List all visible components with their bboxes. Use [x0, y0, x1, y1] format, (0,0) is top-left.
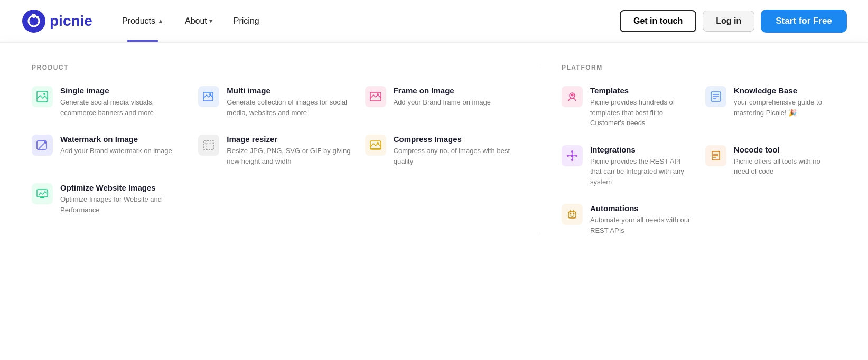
nav-about[interactable]: About ▾	[176, 12, 221, 30]
nocode-tool-content: Nocode tool Picnie offers all tools with…	[734, 145, 836, 177]
menu-item-single-image[interactable]: Single image Generate social media visua…	[32, 86, 185, 118]
compress-images-icon	[365, 135, 386, 156]
optimize-website-desc: Optimize Images for Website and Performa…	[60, 194, 185, 215]
svg-point-41	[573, 213, 575, 215]
svg-point-2	[32, 14, 36, 18]
svg-rect-12	[204, 140, 213, 150]
svg-point-7	[209, 93, 211, 96]
multi-image-desc: Generate collection of images for social…	[227, 97, 352, 118]
menu-item-nocode-tool[interactable]: Nocode tool Picnie offers all tools with…	[705, 145, 836, 187]
nav-pricing[interactable]: Pricing	[225, 12, 268, 30]
integrations-title: Integrations	[590, 145, 693, 154]
product-section-title: PRODUCT	[32, 64, 519, 71]
menu-item-optimize-website[interactable]: Optimize Website Images Optimize Images …	[32, 183, 185, 215]
menu-item-templates[interactable]: Templates Picnie provides hundreds of te…	[562, 86, 693, 128]
frame-on-image-title: Frame on Image	[394, 86, 491, 95]
automations-content: Automations Automate your all needs with…	[590, 204, 693, 235]
menu-item-integrations[interactable]: Integrations Picnie provides the REST AP…	[562, 145, 693, 187]
svg-point-16	[377, 142, 379, 144]
svg-point-3	[36, 16, 39, 18]
image-resizer-icon	[198, 135, 219, 156]
platform-section: PLATFORM Templates Picnie provides hundr…	[562, 64, 836, 235]
knowledge-base-icon	[705, 86, 726, 107]
menu-item-watermark[interactable]: Watermark on Image Add your Brand waterm…	[32, 135, 185, 166]
products-chevron-icon: ▲	[157, 17, 164, 25]
frame-on-image-content: Frame on Image Add your Brand frame on i…	[394, 86, 491, 108]
svg-point-31	[575, 155, 577, 157]
templates-desc: Picnie provides hundreds of templates th…	[590, 97, 693, 128]
single-image-desc: Generate social media visuals, ecommerce…	[60, 97, 185, 118]
watermark-content: Watermark on Image Add your Brand waterm…	[60, 135, 172, 156]
integrations-icon	[562, 145, 583, 166]
image-resizer-content: Image resizer Resize JPG, PNG, SVG or GI…	[227, 135, 352, 166]
get-in-touch-button[interactable]: Get in touch	[620, 10, 696, 32]
menu-item-automations[interactable]: Automations Automate your all needs with…	[562, 204, 693, 235]
single-image-icon	[32, 86, 53, 107]
panel-divider	[540, 64, 540, 235]
integrations-content: Integrations Picnie provides the REST AP…	[590, 145, 693, 187]
platform-section-title: PLATFORM	[562, 64, 836, 71]
frame-on-image-desc: Add your Brand frame on image	[394, 97, 491, 108]
templates-icon	[562, 86, 583, 107]
menu-item-knowledge-base[interactable]: Knowledge Base your comprehensive guide …	[705, 86, 836, 128]
single-image-title: Single image	[60, 86, 185, 95]
image-resizer-title: Image resizer	[227, 135, 352, 144]
menu-item-compress-images[interactable]: Compress Images Compress any no. of imag…	[365, 135, 519, 166]
logo-icon	[21, 8, 46, 34]
menu-item-image-resizer[interactable]: Image resizer Resize JPG, PNG, SVG or GI…	[198, 135, 352, 166]
automations-desc: Automate your all needs with our REST AP…	[590, 215, 693, 235]
optimize-website-icon	[32, 183, 53, 204]
optimize-website-content: Optimize Website Images Optimize Images …	[60, 183, 185, 215]
watermark-icon	[32, 135, 53, 156]
login-button[interactable]: Log in	[703, 11, 754, 32]
multi-image-content: Multi image Generate collection of image…	[227, 86, 352, 118]
product-section: PRODUCT Single image Generate social med…	[32, 64, 519, 235]
nav-links: Products ▲ About ▾ Pricing	[114, 12, 620, 30]
image-resizer-desc: Resize JPG, PNG, SVG or GIF by giving ne…	[227, 146, 352, 166]
templates-content: Templates Picnie provides hundreds of te…	[590, 86, 693, 128]
svg-line-11	[39, 143, 45, 149]
frame-on-image-icon	[365, 86, 386, 107]
product-items-grid: Single image Generate social media visua…	[32, 86, 519, 215]
logo-text: picnie	[50, 13, 92, 30]
logo[interactable]: picnie	[21, 8, 92, 34]
svg-point-27	[571, 154, 574, 157]
compress-images-desc: Compress any no. of images with best qua…	[394, 146, 519, 166]
nav-products-label: Products	[122, 16, 155, 26]
single-image-content: Single image Generate social media visua…	[60, 86, 185, 118]
start-for-free-button[interactable]: Start for Free	[761, 10, 847, 33]
optimize-website-title: Optimize Website Images	[60, 183, 185, 192]
nav-pricing-label: Pricing	[234, 16, 259, 26]
nav-about-label: About	[185, 16, 207, 26]
templates-title: Templates	[590, 86, 693, 95]
automations-icon	[562, 204, 583, 225]
knowledge-base-content: Knowledge Base your comprehensive guide …	[734, 86, 836, 118]
watermark-title: Watermark on Image	[60, 135, 172, 144]
compress-images-content: Compress Images Compress any no. of imag…	[394, 135, 519, 166]
svg-point-5	[43, 93, 45, 95]
compress-images-title: Compress Images	[394, 135, 519, 144]
watermark-desc: Add your Brand watermark on image	[60, 146, 172, 156]
svg-point-40	[570, 213, 572, 215]
svg-point-9	[377, 93, 379, 96]
about-chevron-icon: ▾	[209, 17, 212, 25]
navbar: picnie Products ▲ About ▾ Pricing Get in…	[0, 0, 868, 42]
nocode-tool-icon	[705, 145, 726, 166]
svg-rect-39	[568, 212, 576, 218]
knowledge-base-desc: your comprehensive guide to mastering Pi…	[734, 97, 836, 118]
menu-item-multi-image[interactable]: Multi image Generate collection of image…	[198, 86, 352, 118]
nav-actions: Get in touch Log in Start for Free	[620, 10, 847, 33]
nocode-tool-desc: Picnie offers all tools with no need of …	[734, 156, 836, 177]
svg-point-29	[571, 159, 573, 161]
nav-products[interactable]: Products ▲	[114, 12, 172, 30]
svg-rect-18	[37, 190, 48, 197]
products-dropdown-panel: PRODUCT Single image Generate social med…	[0, 42, 868, 262]
automations-title: Automations	[590, 204, 693, 213]
svg-point-22	[571, 94, 574, 97]
menu-item-frame-on-image[interactable]: Frame on Image Add your Brand frame on i…	[365, 86, 519, 118]
platform-items-grid: Templates Picnie provides hundreds of te…	[562, 86, 836, 235]
svg-point-28	[571, 150, 573, 153]
svg-point-30	[567, 155, 569, 157]
multi-image-title: Multi image	[227, 86, 352, 95]
nocode-tool-title: Nocode tool	[734, 145, 836, 154]
